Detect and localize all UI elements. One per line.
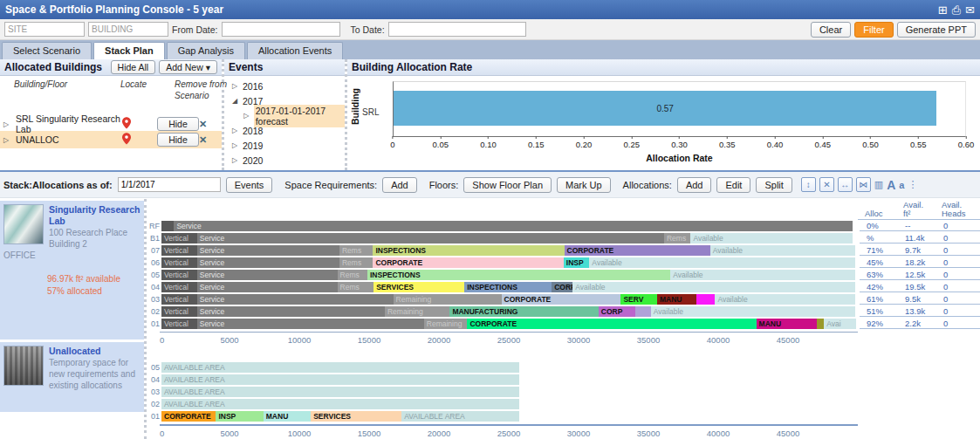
segment-available[interactable]: Available xyxy=(572,282,855,292)
segment-service[interactable]: Service xyxy=(197,319,424,329)
remove-from-scenario-icon[interactable]: ✕ xyxy=(199,134,216,146)
more-options-icon[interactable]: ⋮ xyxy=(908,179,917,190)
remove-from-scenario-icon[interactable]: ✕ xyxy=(199,119,216,130)
segment-block[interactable] xyxy=(817,319,824,329)
allocation-rate-bar[interactable]: 0.57 xyxy=(394,91,936,126)
segment-serv[interactable]: SERV xyxy=(620,294,657,305)
stack-layout-icon[interactable]: ▥ xyxy=(874,179,883,190)
segment-service[interactable]: Service xyxy=(197,245,339,256)
segment-service[interactable]: Service xyxy=(197,294,394,305)
segment-block[interactable] xyxy=(635,306,651,317)
segment-corporate[interactable]: CORPORATE xyxy=(467,319,756,329)
segment-block[interactable] xyxy=(696,294,716,305)
tab-gap-analysis[interactable]: Gap Analysis xyxy=(167,42,245,59)
space-requirements-add-button[interactable]: Add xyxy=(382,177,417,193)
collapse-columns-icon[interactable]: ⋈ xyxy=(856,177,871,192)
building-input[interactable] xyxy=(88,22,168,37)
tab-allocation-events[interactable]: Allocation Events xyxy=(247,42,343,59)
segment-insp[interactable]: INSP xyxy=(216,411,263,422)
allocations-add-button[interactable]: Add xyxy=(677,177,712,193)
expand-arrow-icon[interactable]: ▷ xyxy=(231,82,238,90)
to-date-input[interactable] xyxy=(388,22,526,37)
segment-available[interactable]: Available xyxy=(670,270,855,280)
hide-all-button[interactable]: Hide All xyxy=(111,60,156,74)
segment-service[interactable]: Service xyxy=(197,270,338,280)
segment-manufacturing[interactable]: MANUFACTURING xyxy=(449,306,598,317)
allocations-edit-button[interactable]: Edit xyxy=(716,177,750,193)
event-item-2017-01-01-2017-forecast[interactable]: ▷2017-01-01-2017 forecast xyxy=(224,108,345,123)
segment-corporate[interactable]: CORPORATE xyxy=(373,257,563,268)
mail-icon[interactable]: ✉ xyxy=(965,4,975,16)
event-item-2020[interactable]: ▷2020 xyxy=(224,153,345,168)
font-increase-icon[interactable]: A xyxy=(887,178,895,192)
filter-button[interactable]: Filter xyxy=(854,22,893,38)
segment-corporate[interactable]: CORPORATE xyxy=(161,411,216,422)
segment-vertical[interactable]: Vertical xyxy=(161,319,197,329)
as-of-date-input[interactable] xyxy=(118,177,221,192)
event-item-2019[interactable]: ▷2019 xyxy=(224,138,345,153)
from-date-input[interactable] xyxy=(222,22,340,37)
events-button[interactable]: Events xyxy=(226,177,273,193)
expand-arrow-icon[interactable]: ▷ xyxy=(231,156,238,164)
segment-vertical[interactable]: Vertical xyxy=(161,233,197,244)
hide-button[interactable]: Hide xyxy=(157,133,199,147)
expand-arrow-icon[interactable]: ▷ xyxy=(3,120,16,128)
segment-corp[interactable]: CORP xyxy=(599,306,635,317)
building-row[interactable]: ▷SRL Singularity Research LabHide✕ xyxy=(0,113,222,131)
segment-remaining[interactable]: Remaining xyxy=(385,306,449,317)
segment-inspections[interactable]: INSPECTIONS xyxy=(367,270,670,280)
font-decrease-icon[interactable]: a xyxy=(899,180,904,190)
collapse-rows-icon[interactable]: ✕ xyxy=(819,177,834,192)
generate-ppt-button[interactable]: Generate PPT xyxy=(897,22,976,38)
segment-available-area[interactable]: AVAILABLE AREA xyxy=(401,411,519,422)
popout-icon[interactable]: ⊞ xyxy=(938,4,948,16)
expand-arrow-icon[interactable]: ▷ xyxy=(231,141,238,149)
segment-corp[interactable]: CORP xyxy=(552,282,572,292)
segment-rems[interactable]: Rems xyxy=(339,245,373,256)
segment-available[interactable]: Available xyxy=(651,306,855,317)
building-card-srl[interactable]: Singularity Research Lab 100 Research Pl… xyxy=(0,201,144,340)
segment-rems[interactable]: Rems xyxy=(338,270,367,280)
segment-insp[interactable]: INSP xyxy=(564,257,590,268)
segment-available[interactable]: Available xyxy=(710,245,855,256)
segment-rems[interactable]: Rems xyxy=(339,257,373,268)
tab-select-scenario[interactable]: Select Scenario xyxy=(2,42,92,59)
segment-available[interactable]: Available xyxy=(690,233,853,244)
segment-vertical[interactable]: Vertical xyxy=(161,294,197,305)
segment-services[interactable]: SERVICES xyxy=(373,282,464,292)
site-input[interactable] xyxy=(4,22,85,37)
segment-vertical[interactable]: Vertical xyxy=(161,270,197,280)
segment-block[interactable] xyxy=(161,221,174,231)
segment-service[interactable]: Service xyxy=(197,306,385,317)
segment-service[interactable]: Service xyxy=(197,233,664,244)
segment-corporate[interactable]: CORPORATE xyxy=(502,294,621,305)
segment-manu[interactable]: MANU xyxy=(757,319,818,329)
segment-available-area[interactable]: AVAILABLE AREA xyxy=(161,387,519,397)
segment-remaining[interactable]: Remaining xyxy=(394,294,502,305)
segment-vertical[interactable]: Vertical xyxy=(161,245,197,256)
segment-inspections[interactable]: INSPECTIONS xyxy=(464,282,552,292)
segment-available-area[interactable]: AVAILABLE AREA xyxy=(161,399,519,409)
segment-available[interactable]: Available xyxy=(715,294,855,305)
show-floor-plan-button[interactable]: Show Floor Plan xyxy=(463,177,552,193)
expand-rows-icon[interactable]: ↕ xyxy=(801,177,816,192)
segment-available-area[interactable]: AVAILABLE AREA xyxy=(161,362,519,373)
add-new-button[interactable]: Add New ▾ xyxy=(159,60,217,74)
segment-vertical[interactable]: Vertical xyxy=(161,257,197,268)
segment-avai[interactable]: Avai xyxy=(824,319,856,329)
segment-rems[interactable]: Rems xyxy=(664,233,690,244)
segment-service[interactable]: Service xyxy=(174,221,853,231)
segment-service[interactable]: Service xyxy=(197,257,339,268)
segment-service[interactable]: Service xyxy=(197,282,338,292)
segment-services[interactable]: SERVICES xyxy=(311,411,401,422)
locate-pin-icon[interactable] xyxy=(122,133,157,147)
expand-columns-icon[interactable]: ↔ xyxy=(838,177,853,192)
segment-manu[interactable]: MANU xyxy=(657,294,696,305)
segment-manu[interactable]: MANU xyxy=(264,411,311,422)
expand-arrow-icon[interactable]: ▷ xyxy=(243,112,250,120)
allocations-split-button[interactable]: Split xyxy=(756,177,792,193)
mark-up-button[interactable]: Mark Up xyxy=(557,177,611,193)
segment-inspections[interactable]: INSPECTIONS xyxy=(373,245,564,256)
segment-vertical[interactable]: Vertical xyxy=(161,282,197,292)
print-icon[interactable]: ⎙ xyxy=(952,4,961,16)
